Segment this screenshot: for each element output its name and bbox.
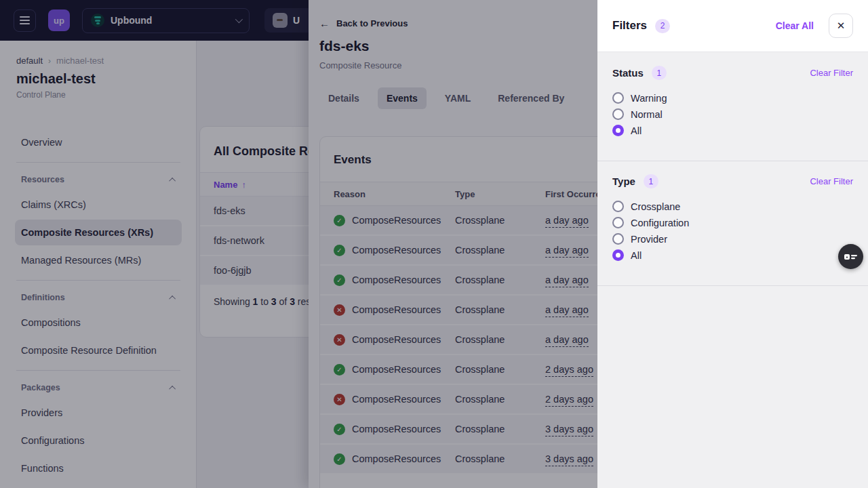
filter-toggle-button[interactable] xyxy=(838,244,863,269)
divider xyxy=(597,161,868,161)
radio-option-warning[interactable]: Warning xyxy=(612,92,853,104)
radio-option-normal[interactable]: Normal xyxy=(612,108,853,120)
radio-label: Warning xyxy=(631,93,667,104)
radio-selected-icon[interactable] xyxy=(612,125,624,136)
radio-icon[interactable] xyxy=(612,217,624,228)
radio-option-crossplane[interactable]: Crossplane xyxy=(612,201,853,212)
radio-label: Crossplane xyxy=(631,201,680,212)
filters-header: Filters 2 Clear All ✕ xyxy=(597,0,868,52)
status-filter-section: Status 1 Clear Filter Warning Normal All xyxy=(597,66,868,136)
type-section-label: Type xyxy=(612,176,635,187)
type-count-badge: 1 xyxy=(644,174,658,188)
radio-icon[interactable] xyxy=(612,108,624,120)
radio-icon[interactable] xyxy=(612,201,624,212)
status-section-label: Status xyxy=(612,67,644,79)
close-icon[interactable]: ✕ xyxy=(829,14,853,38)
radio-label: Configuration xyxy=(631,218,689,228)
radio-icon[interactable] xyxy=(612,92,624,104)
filter-list-icon xyxy=(844,251,857,262)
type-filter-section: Type 1 Clear Filter Crossplane Configura… xyxy=(597,174,868,261)
radio-option-status-all[interactable]: All xyxy=(612,125,853,136)
radio-option-configuration[interactable]: Configuration xyxy=(612,217,853,228)
type-clear-filter-button[interactable]: Clear Filter xyxy=(810,176,853,186)
clear-all-button[interactable]: Clear All xyxy=(776,20,814,31)
radio-label: All xyxy=(631,250,642,261)
filters-panel: Filters 2 Clear All ✕ Status 1 Clear Fil… xyxy=(597,0,868,488)
filters-count-badge: 2 xyxy=(655,19,670,33)
modal-dim-overlay[interactable] xyxy=(0,0,597,488)
radio-label: Provider xyxy=(631,234,667,245)
status-clear-filter-button[interactable]: Clear Filter xyxy=(810,68,853,78)
radio-selected-icon[interactable] xyxy=(612,249,624,261)
radio-option-type-all[interactable]: All xyxy=(612,249,853,261)
radio-icon[interactable] xyxy=(612,233,624,245)
radio-label: Normal xyxy=(631,109,663,120)
radio-label: All xyxy=(631,125,642,136)
radio-option-provider[interactable]: Provider xyxy=(612,233,853,245)
divider xyxy=(597,285,868,286)
status-count-badge: 1 xyxy=(652,66,667,80)
filters-title: Filters xyxy=(612,19,647,33)
